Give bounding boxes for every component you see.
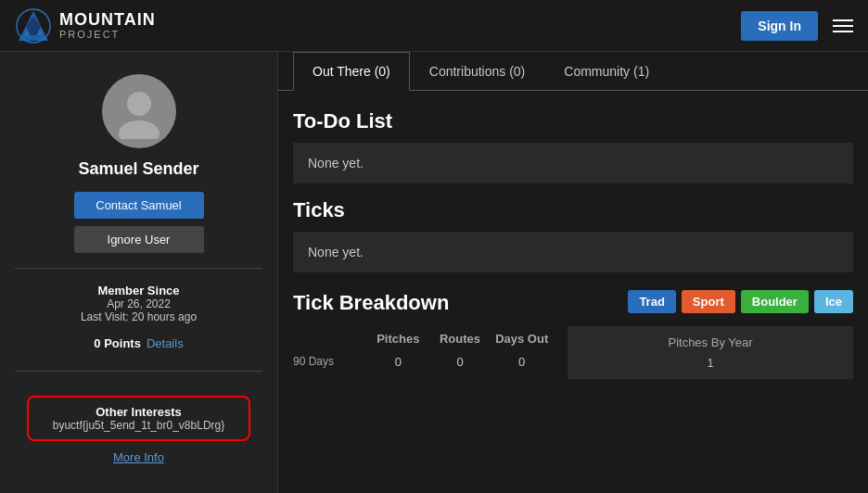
filter-sport-button[interactable]: Sport xyxy=(682,290,735,313)
avatar-icon xyxy=(111,83,167,139)
tab-out-there[interactable]: Out There (0) xyxy=(293,52,410,91)
ticks-box: None yet. xyxy=(293,232,853,272)
row-90days-days: 0 xyxy=(491,355,553,369)
col-label-header xyxy=(293,332,367,346)
pitches-by-year-title: Pitches By Year xyxy=(581,335,840,349)
logo-area: MOUNTAIN PROJECT xyxy=(15,7,156,44)
member-since-block: Member Since Apr 26, 2022 Last Visit: 20… xyxy=(81,284,197,323)
pitches-by-year-box: Pitches By Year 1 xyxy=(568,326,853,379)
svg-point-5 xyxy=(119,120,160,139)
row-90days-label: 90 Days xyxy=(293,355,367,369)
breakdown-bottom: Pitches Routes Days Out 90 Days 0 0 0 Pi… xyxy=(293,326,853,379)
other-interests-label: Other Interests xyxy=(40,405,236,419)
row-90days-pitches: 0 xyxy=(367,355,429,369)
content-body: To-Do List None yet. Ticks None yet. Tic… xyxy=(278,91,868,394)
header-right: Sign In xyxy=(741,11,853,41)
filter-buttons: Trad Sport Boulder Ice xyxy=(628,290,853,313)
last-visit: Last Visit: 20 hours ago xyxy=(81,310,197,323)
todo-empty: None yet. xyxy=(308,156,364,171)
other-interests-value: byuctf{ju5t_5end_1t_br0_v8bLDrg} xyxy=(40,419,236,432)
avatar xyxy=(102,74,176,148)
filter-boulder-button[interactable]: Boulder xyxy=(741,290,809,313)
more-info-link[interactable]: More Info xyxy=(113,450,164,464)
logo-mountain-text: MOUNTAIN xyxy=(59,11,156,30)
content-area: Out There (0) Contributions (0) Communit… xyxy=(278,52,868,493)
hamburger-menu[interactable] xyxy=(833,19,853,32)
logo-icon xyxy=(15,7,52,44)
member-since-label: Member Since xyxy=(81,284,197,297)
filter-trad-button[interactable]: Trad xyxy=(628,290,675,313)
sign-in-button[interactable]: Sign In xyxy=(741,11,818,41)
logo-text: MOUNTAIN PROJECT xyxy=(59,11,156,41)
contact-button[interactable]: Contact Samuel xyxy=(74,192,204,219)
logo-project-text: PROJECT xyxy=(59,29,156,40)
ticks-section: Ticks None yet. xyxy=(293,198,853,272)
todo-title: To-Do List xyxy=(293,109,853,133)
row-90days-routes: 0 xyxy=(429,355,491,369)
header: MOUNTAIN PROJECT Sign In xyxy=(0,0,868,52)
tick-breakdown-title: Tick Breakdown xyxy=(293,291,449,315)
ticks-title: Ticks xyxy=(293,198,853,222)
main-layout: Samuel Sender Contact Samuel Ignore User… xyxy=(0,52,868,493)
points-value: 0 Points xyxy=(94,336,141,350)
todo-box: None yet. xyxy=(293,143,853,183)
col-pitches-header: Pitches xyxy=(367,332,429,346)
filter-ice-button[interactable]: Ice xyxy=(814,290,853,313)
pitches-by-year-value: 1 xyxy=(581,357,840,370)
ignore-button[interactable]: Ignore User xyxy=(74,226,204,253)
table-header-row: Pitches Routes Days Out xyxy=(293,326,553,351)
tick-breakdown-header: Tick Breakdown Trad Sport Boulder Ice xyxy=(293,287,853,315)
tab-community[interactable]: Community (1) xyxy=(544,52,669,90)
points-row: 0 Points Details xyxy=(94,336,183,350)
col-routes-header: Routes xyxy=(429,332,491,346)
sidebar: Samuel Sender Contact Samuel Ignore User… xyxy=(0,52,278,493)
member-since-date: Apr 26, 2022 xyxy=(81,297,197,310)
username: Samuel Sender xyxy=(78,159,198,179)
other-interests-box: Other Interests byuctf{ju5t_5end_1t_br0_… xyxy=(27,396,249,441)
sidebar-divider xyxy=(15,268,262,269)
tabs-bar: Out There (0) Contributions (0) Communit… xyxy=(278,52,868,91)
col-days-header: Days Out xyxy=(491,332,553,346)
svg-point-4 xyxy=(127,92,151,116)
points-details-link[interactable]: Details xyxy=(147,336,184,350)
sidebar-divider-2 xyxy=(15,371,262,372)
tab-contributions[interactable]: Contributions (0) xyxy=(410,52,545,90)
table-row: 90 Days 0 0 0 xyxy=(293,351,553,373)
breakdown-table: Pitches Routes Days Out 90 Days 0 0 0 xyxy=(293,326,553,379)
ticks-empty: None yet. xyxy=(308,245,364,259)
